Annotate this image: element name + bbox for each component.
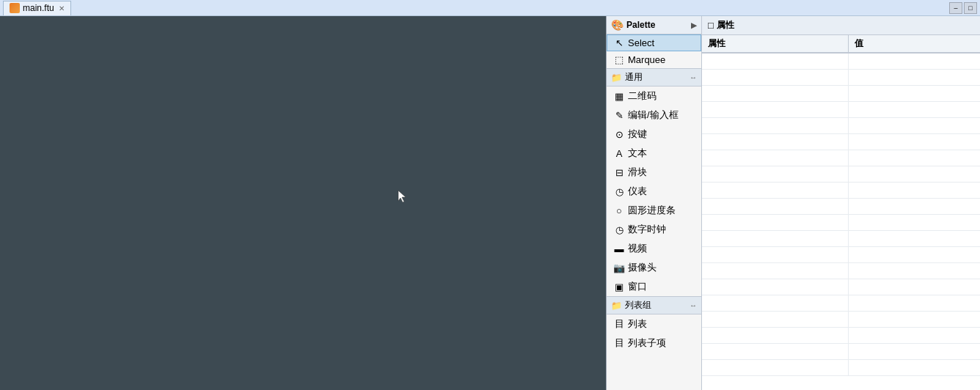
gauge-icon: ◷ — [613, 186, 625, 197]
list-icon: 目 — [613, 317, 625, 331]
palette-header-label: Palette — [626, 20, 655, 30]
text-icon: A — [613, 148, 625, 159]
text-label: 文本 — [628, 147, 647, 160]
gauge-label: 仪表 — [628, 185, 647, 198]
palette-item-editor[interactable]: ✎ 编辑/输入框 — [607, 106, 701, 125]
palette-item-circle[interactable]: ○ 圆形进度条 — [607, 201, 701, 220]
circle-icon: ○ — [613, 205, 625, 216]
section-general[interactable]: 📁 通用 ↔ — [607, 68, 701, 87]
palette-item-select[interactable]: ↖ Select — [607, 34, 701, 51]
props-header-row: 属性 值 — [702, 35, 980, 54]
props-row — [702, 70, 980, 86]
props-row — [702, 183, 980, 199]
palette-item-video[interactable]: ▬ 视频 — [607, 239, 701, 258]
general-section-icon: 📁 — [611, 73, 622, 83]
clock-icon: ◷ — [613, 224, 625, 235]
props-row — [702, 231, 980, 247]
properties-panel: □ 属性 属性 值 — [702, 16, 980, 390]
palette-panel: 🎨 Palette ▶ ↖ Select ⬚ Marquee 📁 通用 — [607, 16, 702, 390]
main-layout: 🎨 Palette ▶ ↖ Select ⬚ Marquee 📁 通用 — [0, 16, 980, 390]
circle-label: 圆形进度条 — [628, 204, 676, 217]
list-item-icon: 目 — [613, 336, 625, 350]
props-row — [702, 295, 980, 312]
props-row — [702, 312, 980, 328]
props-row — [702, 263, 980, 279]
props-row — [702, 344, 980, 360]
top-bar: main.ftu ✕ – □ — [0, 0, 980, 16]
editor-label: 编辑/输入框 — [628, 108, 679, 122]
clock-label: 数字时钟 — [628, 223, 666, 236]
tab-label: main.ftu — [23, 3, 54, 13]
tab-file-icon — [10, 3, 20, 13]
slider-label: 滑块 — [628, 166, 647, 179]
section-listgroup[interactable]: 📁 列表组 ↔ — [607, 296, 701, 314]
video-icon: ▬ — [613, 243, 625, 254]
tab-close-button[interactable]: ✕ — [59, 4, 65, 12]
restore-button[interactable]: □ — [964, 2, 977, 14]
props-row — [702, 360, 980, 376]
props-row — [702, 166, 980, 183]
props-row — [702, 328, 980, 344]
camera-icon: 📷 — [613, 262, 625, 273]
select-icon: ↖ — [613, 37, 625, 48]
props-row — [702, 279, 980, 295]
cursor-arrow — [397, 189, 407, 202]
window-label: 窗口 — [628, 280, 647, 293]
video-label: 视频 — [628, 242, 647, 255]
general-expand-icon[interactable]: ↔ — [690, 73, 697, 81]
palette-item-slider[interactable]: ⊟ 滑块 — [607, 163, 701, 182]
props-col-value: 值 — [849, 35, 980, 52]
list-item-label: 列表子项 — [628, 336, 666, 350]
props-col-property: 属性 — [702, 35, 849, 52]
palette-item-gauge[interactable]: ◷ 仪表 — [607, 182, 701, 201]
palette-item-clock[interactable]: ◷ 数字时钟 — [607, 220, 701, 239]
listgroup-section-label: 列表组 — [625, 299, 651, 312]
palette-header-left: 🎨 Palette — [611, 19, 655, 31]
listgroup-expand-icon[interactable]: ↔ — [690, 301, 697, 309]
select-label: Select — [628, 37, 654, 48]
props-row — [702, 247, 980, 263]
palette-expand-icon[interactable]: ▶ — [691, 21, 697, 29]
props-row — [702, 118, 980, 134]
palette-item-list[interactable]: 目 列表 — [607, 314, 701, 334]
general-section-label: 通用 — [625, 71, 643, 84]
qrcode-icon: ▦ — [613, 91, 625, 102]
palette-item-qrcode[interactable]: ▦ 二维码 — [607, 87, 701, 106]
props-row — [702, 150, 980, 166]
props-row — [702, 215, 980, 231]
main-tab[interactable]: main.ftu ✕ — [3, 1, 71, 15]
button-label: 按键 — [628, 128, 647, 141]
palette-item-window[interactable]: ▣ 窗口 — [607, 277, 701, 296]
qrcode-label: 二维码 — [628, 89, 657, 103]
props-row — [702, 134, 980, 150]
minimize-button[interactable]: – — [949, 2, 962, 14]
props-row — [702, 54, 980, 70]
marquee-label: Marquee — [628, 54, 665, 65]
svg-marker-0 — [398, 191, 406, 202]
button-icon: ⊙ — [613, 129, 625, 140]
palette-item-camera[interactable]: 📷 摄像头 — [607, 258, 701, 277]
listgroup-section-icon: 📁 — [611, 301, 622, 311]
palette-item-button[interactable]: ⊙ 按键 — [607, 125, 701, 144]
right-panel: 🎨 Palette ▶ ↖ Select ⬚ Marquee 📁 通用 — [606, 16, 980, 390]
window-controls: – □ — [949, 2, 977, 14]
props-row — [702, 102, 980, 118]
marquee-icon: ⬚ — [613, 54, 625, 65]
palette-header: 🎨 Palette ▶ — [607, 16, 701, 34]
properties-title: 属性 — [717, 19, 734, 32]
palette-item-text[interactable]: A 文本 — [607, 144, 701, 163]
palette-item-marquee[interactable]: ⬚ Marquee — [607, 51, 701, 68]
list-label: 列表 — [628, 317, 647, 331]
editor-icon: ✎ — [613, 110, 625, 121]
section-listgroup-left: 📁 列表组 — [611, 299, 651, 312]
properties-title-icon: □ — [708, 20, 714, 31]
palette-item-list-item[interactable]: 目 列表子项 — [607, 334, 701, 353]
props-row — [702, 86, 980, 102]
canvas-area[interactable] — [0, 16, 606, 390]
palette-icon: 🎨 — [611, 19, 624, 31]
props-row — [702, 199, 980, 215]
window-icon: ▣ — [613, 282, 625, 292]
slider-icon: ⊟ — [613, 167, 625, 178]
section-general-left: 📁 通用 — [611, 71, 643, 84]
properties-table: 属性 值 — [702, 35, 980, 390]
